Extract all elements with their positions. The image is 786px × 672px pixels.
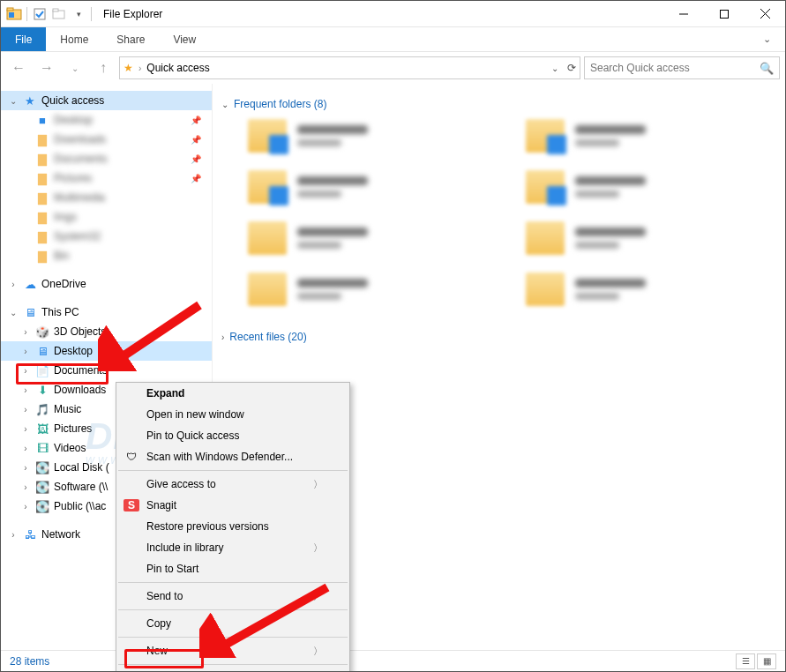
submenu-arrow-icon: 〉 [313, 590, 323, 603]
close-button[interactable] [745, 1, 785, 27]
quick-access-item[interactable]: ▇Pictures📌 [1, 168, 212, 188]
menu-item-send-to[interactable]: Send to〉 [116, 586, 349, 607]
menu-item-new[interactable]: New〉 [116, 640, 349, 661]
qat-new-folder-icon[interactable] [49, 4, 69, 24]
pc-icon: 🖥 [22, 306, 38, 319]
view-icons-button[interactable]: ▦ [757, 653, 776, 669]
tab-share[interactable]: Share [102, 27, 159, 51]
view-details-button[interactable]: ☰ [736, 653, 755, 669]
netdisk-icon: 💽 [34, 500, 50, 513]
chevron-right-icon[interactable]: › [8, 280, 19, 289]
menu-item-snagit[interactable]: SSnagit [116, 495, 349, 516]
folder-item[interactable] [526, 273, 777, 306]
pin-icon: 📌 [191, 116, 201, 125]
folder-item[interactable] [248, 170, 499, 204]
group-label: Recent files (20) [229, 331, 306, 343]
label: This PC [41, 306, 79, 318]
chevron-down-icon[interactable]: ⌄ [8, 308, 19, 317]
sidebar-item-desktop[interactable]: ›🖥Desktop [1, 341, 212, 361]
menu-separator [118, 664, 348, 665]
minimize-button[interactable] [663, 1, 704, 27]
svg-rect-5 [53, 9, 58, 11]
sidebar-this-pc[interactable]: ⌄ 🖥 This PC [1, 302, 212, 322]
chevron-down-icon[interactable]: ⌄ [8, 96, 19, 106]
menu-item-open-in-new-window[interactable]: Open in new window [116, 404, 349, 425]
back-button[interactable]: ← [6, 56, 31, 80]
menu-item-pin-to-start[interactable]: Pin to Start [116, 558, 349, 579]
menu-item-include-in-library[interactable]: Include in library〉 [116, 537, 349, 558]
refresh-button[interactable]: ⟳ [567, 62, 576, 74]
menu-item-label: Restore previous versions [146, 520, 269, 533]
menu-item-label: Scan with Windows Defender... [146, 451, 293, 463]
menu-item-copy[interactable]: Copy [116, 613, 349, 634]
chevron-right-icon[interactable]: › [20, 366, 31, 376]
chevron-right-icon[interactable]: › [20, 327, 31, 337]
quick-access-item[interactable]: ▇System32 [1, 227, 212, 246]
address-dropdown-icon[interactable]: ⌄ [551, 63, 558, 73]
forward-button[interactable]: → [34, 56, 59, 80]
group-frequent-folders[interactable]: ⌄ Frequent folders (8) [221, 98, 776, 110]
menu-separator [118, 609, 348, 610]
search-box[interactable]: Search Quick access 🔍 [584, 56, 780, 79]
menu-item-properties[interactable]: Properties [116, 668, 349, 672]
doc-icon: 📄 [34, 364, 50, 377]
pin-icon: 📌 [191, 154, 201, 164]
status-text: 28 items [10, 655, 49, 668]
chevron-right-icon[interactable]: › [20, 463, 31, 473]
star-icon: ★ [22, 94, 38, 108]
group-recent-files[interactable]: › Recent files (20) [221, 331, 776, 343]
quick-access-item[interactable]: ▇Imgs [1, 207, 212, 227]
chevron-right-icon[interactable]: › [20, 444, 31, 453]
file-menu-button[interactable]: File [1, 27, 46, 51]
chevron-right-icon[interactable]: › [20, 482, 31, 492]
sidebar-item-3d-objects[interactable]: ›🎲3D Objects [1, 322, 212, 341]
chevron-right-icon[interactable]: › [20, 424, 31, 434]
quick-access-item[interactable]: ▇Multimedia [1, 188, 212, 207]
pic-icon: 🖼 [34, 422, 50, 436]
qat-checkbox-icon[interactable] [30, 4, 49, 24]
folder-item[interactable] [248, 119, 499, 153]
chevron-right-icon[interactable]: › [20, 385, 31, 395]
folder-item[interactable] [526, 170, 777, 204]
menu-item-label: Copy [146, 617, 171, 630]
ribbon-expand-icon[interactable]: ⌄ [749, 27, 785, 51]
maximize-button[interactable] [704, 1, 745, 27]
search-icon: 🔍 [760, 62, 774, 75]
label: Music [54, 403, 81, 415]
quick-access-item[interactable]: ▇Downloads📌 [1, 130, 212, 149]
tab-view[interactable]: View [159, 27, 210, 51]
breadcrumb[interactable]: Quick access [146, 62, 546, 74]
quick-access-item[interactable]: ▇Documents📌 [1, 149, 212, 168]
folder-item[interactable] [526, 221, 777, 255]
chevron-down-icon: ⌄ [221, 100, 228, 109]
menu-item-label: Pin to Start [146, 563, 198, 575]
chevron-right-icon[interactable]: › [20, 347, 31, 356]
sidebar-onedrive[interactable]: › ☁ OneDrive [1, 274, 212, 294]
label: Downloads [54, 384, 106, 396]
explorer-icon [4, 4, 24, 24]
music-icon: 🎵 [34, 403, 50, 416]
menu-item-pin-to-quick-access[interactable]: Pin to Quick access [116, 425, 349, 446]
chevron-right-icon[interactable]: › [8, 530, 19, 540]
up-button[interactable]: ↑ [91, 56, 116, 80]
folder-item[interactable] [248, 221, 499, 255]
folder-item[interactable] [248, 273, 499, 306]
address-bar[interactable]: ★ › Quick access ⌄ ⟳ [119, 56, 580, 79]
menu-item-scan-with-windows-defender-[interactable]: 🛡Scan with Windows Defender... [116, 446, 349, 467]
menu-item-give-access-to[interactable]: Give access to〉 [116, 474, 349, 495]
svg-rect-3 [34, 9, 45, 19]
chevron-right-icon[interactable]: › [20, 502, 31, 511]
menu-item-expand[interactable]: Expand [116, 383, 349, 404]
quick-access-item[interactable]: ▇Bin [1, 246, 212, 265]
sidebar-item-documents[interactable]: ›📄Documents [1, 361, 212, 380]
quick-access-item[interactable]: ■Desktop📌 [1, 110, 212, 130]
tab-home[interactable]: Home [46, 27, 102, 51]
chevron-right-icon[interactable]: › [20, 405, 31, 414]
svg-rect-2 [9, 12, 14, 18]
folder-item[interactable] [526, 119, 777, 153]
recent-locations-button[interactable]: ⌄ [63, 56, 87, 80]
sidebar-quick-access[interactable]: ⌄ ★ Quick access [1, 91, 212, 110]
window-title: File Explorer [98, 8, 162, 20]
menu-item-restore-previous-versions[interactable]: Restore previous versions [116, 516, 349, 537]
qat-dropdown-icon[interactable]: ▾ [69, 4, 88, 24]
